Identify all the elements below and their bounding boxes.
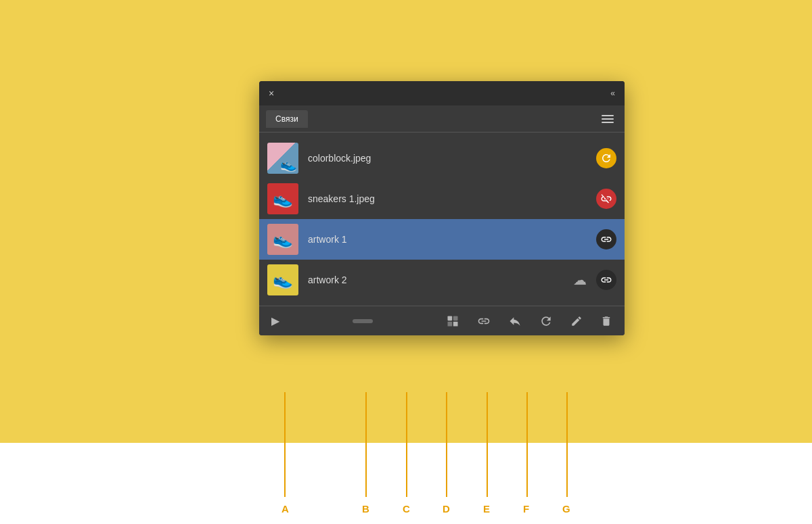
toolbar-goto-button[interactable] (505, 312, 524, 331)
panel-collapse-button[interactable]: « (608, 87, 618, 99)
toolbar-relink-button[interactable] (474, 312, 493, 331)
filename-artwork2: artwork 2 (308, 275, 573, 285)
status-artwork1 (596, 229, 616, 249)
thumb-artwork1: 👟 (267, 224, 298, 255)
links-list: 👟 colorblock.jpeg 👟 sneakers 1.jpeg (259, 133, 625, 306)
link-item-colorblock[interactable]: 👟 colorblock.jpeg (259, 138, 625, 178)
delete-icon (600, 315, 612, 327)
goto-icon (508, 314, 522, 328)
reload-icon (600, 152, 612, 164)
thumb-colorblock: 👟 (267, 143, 298, 174)
bottom-white-area (0, 443, 812, 524)
status-artwork2 (596, 270, 616, 290)
link-item-artwork2[interactable]: 👟 artwork 2 ☁ (259, 260, 625, 300)
menu-bar-3 (602, 122, 614, 123)
resize-handle[interactable] (353, 319, 373, 323)
filename-artwork1: artwork 1 (308, 234, 591, 245)
menu-bar-1 (602, 115, 614, 116)
edit-icon (570, 315, 583, 327)
status-sneakers1 (596, 189, 616, 209)
broken-link-icon (600, 193, 612, 205)
thumb-sneakers1: 👟 (267, 183, 298, 214)
filename-sneakers1: sneakers 1.jpeg (308, 193, 591, 204)
link-icon-2 (600, 274, 612, 286)
tab-links[interactable]: Связи (266, 110, 308, 128)
relink-icon (477, 314, 491, 328)
toolbar-play-button[interactable]: ▶ (269, 312, 282, 330)
toolbar-delete-button[interactable] (597, 312, 615, 330)
links-panel: × « Связи 👟 colorblock.jpeg (259, 81, 625, 335)
embed-icon (446, 314, 459, 328)
status-colorblock (596, 148, 616, 168)
toolbar-edit-button[interactable] (568, 312, 585, 330)
toolbar-spacer (294, 319, 431, 323)
refresh-icon (539, 314, 553, 328)
menu-bar-2 (602, 118, 614, 120)
thumb-artwork2: 👟 (267, 264, 298, 295)
toolbar-embed-button[interactable] (443, 312, 462, 331)
link-icon (600, 233, 612, 245)
toolbar-refresh-button[interactable] (537, 312, 556, 331)
panel-menu-button[interactable] (597, 112, 618, 126)
link-item-sneakers1[interactable]: 👟 sneakers 1.jpeg (259, 178, 625, 219)
filename-colorblock: colorblock.jpeg (308, 153, 591, 164)
panel-tabs: Связи (259, 105, 625, 133)
svg-rect-0 (448, 316, 453, 320)
link-item-artwork1[interactable]: 👟 artwork 1 (259, 219, 625, 260)
svg-rect-1 (453, 316, 458, 320)
panel-titlebar: × « (259, 81, 625, 105)
panel-close-button[interactable]: × (266, 87, 277, 100)
cloud-icon: ☁ (573, 272, 587, 288)
panel-toolbar: ▶ (259, 306, 625, 335)
